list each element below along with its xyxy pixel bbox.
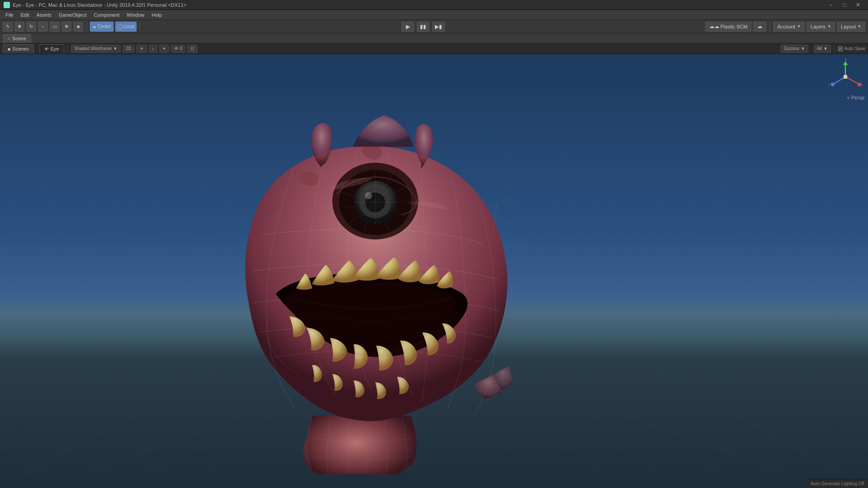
svg-text:Y: Y [844, 59, 847, 61]
sv-sep-2 [834, 45, 835, 52]
scene-viewport[interactable]: Y X Z < Persp Auto Generate Lighting Off [0, 54, 868, 488]
menu-edit[interactable]: Edit [17, 11, 33, 19]
scene-tabbar: ≡ Scene [0, 33, 868, 43]
scenes-tab[interactable]: ■ Scenes [3, 44, 34, 53]
window-title: Eye - Eye - PC, Mac & Linux Standalone -… [13, 2, 186, 8]
shading-mode-dropdown[interactable]: Shaded Wireframe ▼ [71, 45, 121, 53]
separator-1 [86, 22, 87, 31]
hand-tool-button[interactable]: ✎ [3, 22, 13, 32]
layers-dropdown-arrow: ▼ [827, 24, 831, 28]
shading-dropdown-arrow: ▼ [113, 46, 118, 51]
audio-button[interactable]: ♪ [149, 45, 157, 53]
scene-view-toolbar: ■ Scenes 👁 Eye Shaded Wireframe ▼ 2D ☀ ♪… [0, 43, 868, 54]
lighting-button[interactable]: ☀ [137, 45, 147, 53]
custom-tool-button[interactable]: ■ [73, 22, 83, 32]
account-dropdown[interactable]: Account ▼ [773, 22, 805, 32]
2d-button[interactable]: 2D [123, 45, 135, 53]
pivot-center-button[interactable]: ▲ Center [90, 22, 113, 32]
pause-button[interactable]: ▮▮ [417, 22, 429, 32]
collab-cloud-button[interactable]: ☁ [753, 22, 766, 32]
move-tool-button[interactable]: ✚ [14, 22, 24, 32]
scenes-tab-icon: ■ [8, 47, 10, 52]
autosave-checkbox[interactable]: ✓ [838, 46, 843, 52]
layers-dropdown[interactable]: Layers ▼ [807, 22, 835, 32]
lighting-icon: ☀ [140, 46, 144, 51]
pivot-local-label: Local [123, 24, 134, 29]
plastic-scm-icon: ☁ [709, 23, 719, 29]
account-dropdown-arrow: ▼ [797, 24, 801, 28]
effects-button[interactable]: ✦ [159, 45, 169, 53]
scale-tool-button[interactable]: ↔ [38, 22, 48, 32]
layout-label: Layout [841, 24, 856, 29]
grid-icon: ☷ [190, 46, 194, 51]
layout-dropdown[interactable]: Layout ▼ [837, 22, 865, 32]
account-label: Account [777, 24, 795, 29]
separator-2 [140, 22, 140, 31]
sv-sep-1 [67, 45, 68, 52]
autosave-control[interactable]: ✓ Auto Save [838, 46, 865, 52]
step-button[interactable]: ▶▮ [432, 22, 445, 32]
svg-point-52 [365, 192, 372, 199]
layers-label: Layers [811, 24, 826, 29]
svg-line-56 [845, 77, 858, 84]
minimize-button[interactable]: − [825, 0, 837, 10]
maximize-button[interactable]: □ [838, 0, 851, 10]
gizmos-dropdown[interactable]: Gizmos ▼ [781, 45, 808, 53]
gizmos-dropdown-arrow: ▼ [801, 46, 805, 51]
menu-file[interactable]: File [2, 11, 17, 19]
transform-tool-button[interactable]: ✥ [61, 22, 71, 32]
pivot-icon: ▲ [92, 24, 97, 29]
separator-3 [769, 22, 770, 31]
all-dropdown[interactable]: All ▼ [814, 45, 831, 53]
scene-gizmo[interactable]: Y X Z [827, 59, 863, 95]
rotate-tool-button[interactable]: ↻ [26, 22, 36, 32]
pivot-center-label: Center [98, 24, 111, 29]
menu-help[interactable]: Help [148, 11, 165, 19]
hidden-counter[interactable]: 👁 0 [171, 45, 186, 53]
menu-gameobject[interactable]: GameObject [55, 11, 90, 19]
sv-right-controls: Gizmos ▼ All ▼ ✓ Auto Save [781, 45, 865, 53]
gizmos-label: Gizmos [784, 46, 799, 51]
rect-tool-button[interactable]: ▭ [50, 22, 60, 32]
svg-text:X: X [860, 83, 863, 87]
play-controls: ▶ ▮▮ ▶▮ [143, 22, 703, 32]
close-button[interactable]: ✕ [852, 0, 864, 10]
plastic-scm-button[interactable]: ☁ Plastic SCM [705, 22, 752, 32]
svg-text:Z: Z [828, 83, 830, 87]
eye-tab-label: Eye [51, 46, 59, 52]
scenes-tab-label: Scenes [12, 46, 29, 52]
toolbar-right: ☁ Plastic SCM ☁ Account ▼ Layers ▼ Layou… [705, 22, 865, 32]
eye-tab-icon: 👁 [44, 47, 49, 52]
shading-mode-label: Shaded Wireframe [74, 46, 112, 51]
title-bar: Eye - Eye - PC, Mac & Linux Standalone -… [0, 0, 868, 10]
svg-rect-62 [844, 75, 847, 79]
menu-bar: File Edit Assets GameObject Component Wi… [0, 10, 868, 20]
grid-button[interactable]: ☷ [187, 45, 198, 53]
app-icon [4, 2, 10, 8]
menu-assets[interactable]: Assets [33, 11, 55, 19]
pivot-local-button[interactable]: ◯ Local [115, 22, 137, 32]
2d-label: 2D [126, 46, 132, 51]
cloud-icon: ☁ [757, 23, 762, 29]
eye-tab[interactable]: 👁 Eye [39, 44, 64, 53]
menu-component[interactable]: Component [90, 11, 123, 19]
play-button[interactable]: ▶ [401, 22, 414, 32]
creature-model [158, 77, 565, 474]
perspective-label: < Persp [847, 95, 864, 100]
svg-point-60 [831, 83, 835, 86]
scene-title: ≡ Scene [3, 34, 31, 43]
persp-text: < Persp [847, 95, 864, 100]
all-label: All [817, 46, 822, 51]
hidden-count: 👁 [174, 46, 179, 51]
svg-marker-54 [843, 61, 848, 65]
all-dropdown-arrow: ▼ [823, 46, 828, 51]
plastic-scm-label: Plastic SCM [721, 24, 748, 29]
status-bar: Auto Generate Lighting Off [807, 479, 868, 488]
scene-hash-icon: ≡ [8, 36, 10, 41]
local-icon: ◯ [118, 24, 123, 29]
autosave-label: Auto Save [844, 46, 865, 51]
layout-dropdown-arrow: ▼ [858, 24, 861, 28]
audio-icon: ♪ [152, 46, 154, 51]
menu-window[interactable]: Window [123, 11, 148, 19]
effects-icon: ✦ [162, 46, 166, 51]
